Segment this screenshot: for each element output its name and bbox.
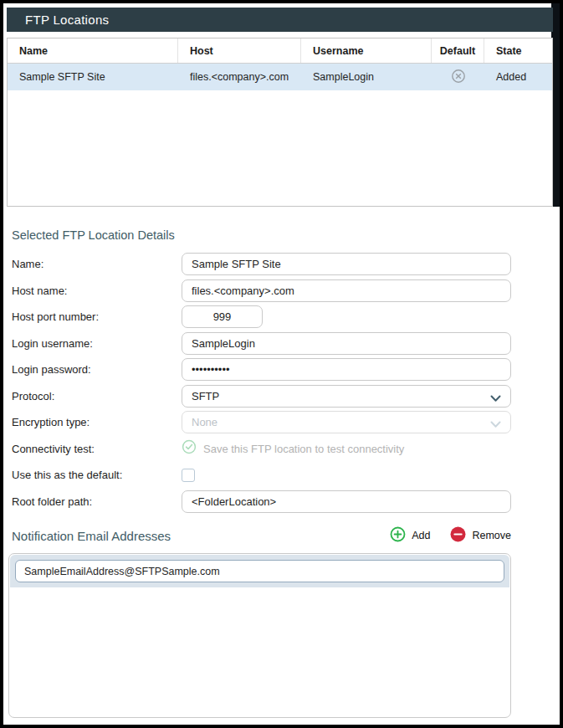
name-label: Name: bbox=[12, 258, 182, 270]
details-form: Name: Host name: Host port number: Login… bbox=[12, 251, 511, 515]
column-header-username[interactable]: Username bbox=[301, 38, 432, 63]
column-header-host[interactable]: Host bbox=[178, 38, 301, 63]
encryption-selected-value: None bbox=[192, 416, 218, 428]
protocol-selected-value: SFTP bbox=[192, 390, 219, 402]
login-password-label: Login password: bbox=[12, 363, 182, 376]
root-folder-field[interactable] bbox=[182, 490, 511, 513]
email-address-list bbox=[8, 553, 511, 718]
host-port-label: Host port number: bbox=[12, 310, 182, 323]
host-port-field[interactable] bbox=[182, 305, 263, 328]
chevron-down-icon bbox=[490, 418, 501, 431]
window-title-bar: FTP Locations bbox=[7, 8, 553, 32]
add-button-label: Add bbox=[412, 530, 430, 541]
form-row-host: Host name: bbox=[12, 278, 511, 305]
host-name-label: Host name: bbox=[12, 285, 182, 297]
protocol-select[interactable]: SFTP bbox=[182, 385, 511, 408]
connectivity-test-label: Connectivity test: bbox=[12, 443, 182, 455]
form-row-use-default: Use this as the default: bbox=[12, 462, 511, 489]
encryption-type-select: None bbox=[182, 411, 511, 433]
page-title: FTP Locations bbox=[25, 13, 109, 27]
form-row-root-folder: Root folder path: bbox=[12, 489, 511, 515]
form-row-protocol: Protocol: SFTP bbox=[12, 383, 511, 410]
table-row[interactable]: Sample SFTP Site files.<company>.com Sam… bbox=[8, 64, 552, 90]
row-username-cell: SampleLogin bbox=[301, 64, 432, 90]
chevron-down-icon bbox=[490, 392, 501, 405]
form-row-port: Host port number: bbox=[12, 304, 511, 331]
column-header-name[interactable]: Name bbox=[8, 38, 178, 63]
form-row-username: Login username: bbox=[12, 331, 511, 357]
protocol-label: Protocol: bbox=[12, 390, 182, 402]
email-list-item[interactable] bbox=[10, 555, 509, 587]
encryption-type-label: Encryption type: bbox=[12, 416, 182, 428]
form-row-encryption: Encryption type: None bbox=[12, 409, 511, 436]
table-header-row: Name Host Username Default State bbox=[8, 38, 552, 64]
notification-section-header: Notification Email Addresses Add bbox=[12, 525, 511, 546]
root-folder-label: Root folder path: bbox=[12, 495, 182, 508]
column-header-default[interactable]: Default bbox=[432, 38, 484, 63]
row-host-cell: files.<company>.com bbox=[178, 64, 301, 90]
remove-button-label: Remove bbox=[472, 530, 511, 541]
host-name-field[interactable] bbox=[182, 279, 511, 302]
check-circle-icon bbox=[182, 439, 197, 458]
row-state-cell: Added bbox=[484, 64, 552, 90]
name-field[interactable] bbox=[182, 253, 511, 275]
remove-circle-icon bbox=[450, 526, 466, 545]
use-default-checkbox[interactable] bbox=[182, 469, 195, 482]
email-address-input[interactable] bbox=[15, 560, 504, 582]
ftp-locations-window: FTP Locations Name Host Username Default… bbox=[0, 0, 563, 728]
login-username-label: Login username: bbox=[12, 337, 182, 350]
connectivity-status: Save this FTP location to test connectiv… bbox=[182, 439, 404, 458]
login-username-field[interactable] bbox=[182, 332, 511, 355]
form-row-password: Login password: bbox=[12, 356, 511, 383]
row-default-cell bbox=[432, 64, 484, 90]
ftp-locations-table: Name Host Username Default State Sample … bbox=[7, 38, 553, 207]
add-circle-icon bbox=[390, 526, 406, 545]
notification-heading: Notification Email Addresses bbox=[12, 529, 171, 543]
form-row-connectivity: Connectivity test: Save this FTP locatio… bbox=[12, 436, 511, 463]
use-default-label: Use this as the default: bbox=[12, 469, 182, 481]
details-section-heading: Selected FTP Location Details bbox=[12, 228, 175, 242]
login-password-field[interactable] bbox=[182, 358, 511, 381]
connectivity-message: Save this FTP location to test connectiv… bbox=[203, 443, 404, 455]
column-header-state[interactable]: State bbox=[484, 38, 552, 63]
form-row-name: Name: bbox=[12, 251, 511, 278]
add-email-button[interactable]: Add bbox=[390, 526, 430, 545]
row-name-cell: Sample SFTP Site bbox=[8, 64, 178, 90]
email-action-buttons: Add Remove bbox=[390, 526, 511, 545]
remove-email-button[interactable]: Remove bbox=[450, 526, 511, 545]
circle-x-icon bbox=[451, 69, 466, 86]
